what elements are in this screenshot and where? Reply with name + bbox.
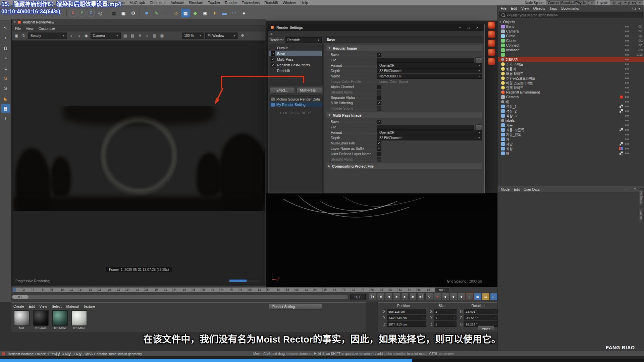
material-menu-item[interactable]: Create [13,304,24,308]
circle-filter-icon[interactable]: ○ [144,33,150,39]
refresh-icon[interactable]: ↻ [21,33,27,39]
timeline-tick[interactable]: 86 [416,288,426,292]
timeline-tick[interactable]: 6 [41,288,50,292]
deformer-icon[interactable]: ◇ [171,9,180,17]
loop-button[interactable]: ↻ [425,293,433,300]
preset-item[interactable]: My Render Setting [269,102,322,107]
visibility-dots[interactable] [625,82,629,84]
current-frame-handle[interactable]: 0 F [12,295,29,299]
object-row[interactable]: 재 [498,137,644,141]
fit-mode-select[interactable]: Fit Window▼ [205,33,238,39]
setting-checkbox[interactable] [377,146,381,151]
rotation-field[interactable]: 23.401 °↕ [464,309,498,314]
object-search-field[interactable]: <<Enter your search string here>> [499,12,643,18]
visibility-dots[interactable] [625,153,629,154]
apply-button[interactable]: Apply [478,325,494,331]
timeline-tick[interactable]: 76 [369,288,379,292]
setting-checkbox[interactable] [377,90,381,95]
timeline-tick[interactable]: 12 [69,288,78,292]
object-row[interactable]: Bend 0/1 [498,24,644,29]
visibility-dots[interactable] [625,26,629,27]
timeline-tick[interactable]: 26 [135,288,144,292]
renderview-menu-item[interactable]: Customize [39,26,55,31]
key-position-button[interactable]: ◆ [442,293,449,300]
material-preview[interactable] [14,310,30,326]
save-image-icon[interactable]: ▣ [13,33,19,39]
setting-checkbox[interactable] [377,120,381,124]
hamburger-menu-icon[interactable]: ≡ [270,32,272,36]
setting-value-field[interactable]: OpenEXR▼ [377,63,482,68]
go-end-button[interactable]: ▶| [417,293,425,300]
dialog-titlebar[interactable]: Render Settings ─ □ ✕ [268,24,484,31]
timeline-tick[interactable]: 78 [379,288,388,292]
object-row[interactable]: 미리보기 [498,57,644,62]
object-tag-icon[interactable] [619,104,623,108]
render-settings-icon[interactable]: ⚙ [129,9,138,17]
sky-icon[interactable]: ◠ [230,9,238,17]
key-scale-button[interactable]: ◆ [450,293,457,300]
material-preview[interactable] [33,310,49,326]
timeline-tick[interactable]: 2 [22,288,32,292]
render-setting-preset-button[interactable]: Render Setting... [269,304,322,310]
setting-value-field[interactable]: 32 Bit/Channel▼ [377,68,482,73]
object-row[interactable]: 제단 [498,141,644,146]
timeline-tick[interactable]: 48 [238,288,248,292]
group-compositing-project[interactable]: ▶ Compositing Project File [326,163,482,169]
paint-bucket-icon[interactable]: ◣ [1,94,10,103]
object-tag-icon[interactable] [620,95,623,99]
setting-value-field[interactable]: ▼ [377,58,474,63]
menubar-item[interactable]: Animate [168,1,186,5]
live-selection-icon[interactable]: ↖ [1,23,10,32]
object-tag-icon[interactable] [619,128,623,132]
close-button[interactable]: ✕ [473,24,482,31]
object-row[interactable]: Circle 0/1 [498,34,644,38]
material-menu-item[interactable]: Edit [29,304,35,308]
settings-tree-item[interactable]: Save [269,51,322,56]
setting-value-field[interactable]: OpenEXR▼ [377,130,482,135]
timeline-tick[interactable]: 80 [388,288,397,292]
group-regular-image[interactable]: ▼ Regular Image [326,45,482,51]
setting-checkbox[interactable] [377,101,381,105]
play-button[interactable]: ▶ [393,293,400,300]
object-row[interactable]: 안개 라이트 [498,85,644,90]
renderview-menu-item[interactable]: File [15,26,21,31]
timeline-tick[interactable]: 50 [248,288,257,292]
menubar-item[interactable]: Extensions [239,1,262,5]
timeline-tick[interactable]: 10 [60,288,69,292]
menubar-item[interactable]: Help [298,1,311,5]
primitive-cube-icon[interactable]: ■ [142,9,151,17]
redshift-tool-icon[interactable] [488,49,495,56]
material-menu-item[interactable]: View [40,304,47,308]
settings-tree-item[interactable]: Redshift [269,68,322,73]
file-browse-button[interactable]: ... [475,57,482,63]
timeline-tick[interactable]: 74 [360,288,369,292]
object-manager-menu-item[interactable]: File [501,6,506,10]
snap-icon[interactable]: S [1,84,10,93]
history-back-icon[interactable]: ‹ [625,187,626,191]
object-row[interactable]: 뒤돌이 [498,66,644,71]
renderview-canvas[interactable]: Frame -1: 2020-05-31 13:07:25 (23.89s) P… [12,41,265,285]
timeline-tick[interactable]: 4 [32,288,41,292]
visibility-dots[interactable] [625,120,629,121]
region-render-icon[interactable]: ▧ [129,33,136,39]
settings-tree-item[interactable]: Output [269,45,322,51]
redshift-tool-icon[interactable] [488,21,495,29]
setting-value-field[interactable]: Linear Color Space▼ [377,79,482,84]
settings-tree-item[interactable]: Redshift Post-Effects [269,62,322,68]
mode-bar-item[interactable]: Mode [501,187,509,191]
visibility-dots[interactable] [625,110,629,112]
spline-pen-icon[interactable]: ✎ [152,9,161,17]
object-row[interactable]: 배 [498,151,644,156]
visibility-dots[interactable] [625,115,629,117]
video-progress-bar[interactable] [0,359,644,362]
object-row[interactable]: Connect 0/2 [498,43,644,48]
current-frame-marker[interactable] [13,288,16,292]
object-root-row[interactable]: ▼ Objects [498,19,644,24]
nodespace-select[interactable]: Current (Standard/Physical)▼ [546,0,595,5]
timeline-ticks[interactable]: 0246810121416182022242628303234363840424… [13,288,435,292]
timeline-tick[interactable]: 14 [78,288,88,292]
position-field[interactable]: 1440.749 cm↕ [387,315,426,320]
light-icon[interactable]: ☀ [210,9,219,17]
visibility-dots[interactable] [625,134,629,135]
setting-checkbox[interactable] [377,152,381,156]
